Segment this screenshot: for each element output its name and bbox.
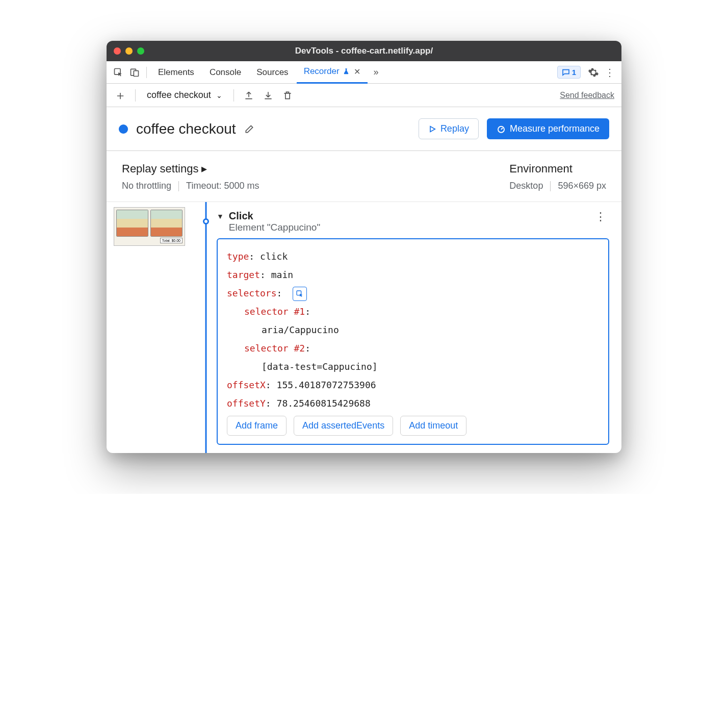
step-menu-icon[interactable]: ⋮ <box>592 210 609 223</box>
window-controls <box>114 47 144 55</box>
throttling-value[interactable]: No throttling <box>122 181 171 191</box>
issues-count: 1 <box>572 68 576 77</box>
recording-name: coffee checkout <box>147 90 211 100</box>
replay-settings-group: Replay settings ▸ No throttling Timeout:… <box>122 162 259 191</box>
field-key: target <box>227 269 260 280</box>
export-icon[interactable] <box>242 89 255 102</box>
settings-row: Replay settings ▸ No throttling Timeout:… <box>107 151 621 202</box>
titlebar: DevTools - coffee-cart.netlify.app/ <box>107 41 621 61</box>
minimize-window-button[interactable] <box>125 47 133 55</box>
edit-title-icon[interactable] <box>244 124 254 134</box>
timeline: Total: $0.00 ▼ Click Element "Cappucino"… <box>107 202 621 453</box>
field-key: selector #1 <box>244 306 305 317</box>
timeout-value[interactable]: Timeout: 5000 ms <box>186 181 259 191</box>
recorder-toolbar: ＋ coffee checkout ⌄ Send feedback <box>107 84 621 107</box>
separator <box>233 89 234 102</box>
close-tab-icon[interactable]: ✕ <box>354 67 360 77</box>
measure-performance-button[interactable]: Measure performance <box>487 118 609 139</box>
gauge-icon <box>497 124 506 134</box>
field-row[interactable]: selectors: <box>227 284 599 303</box>
play-icon <box>428 125 436 133</box>
step-subtitle: Element "Cappucino" <box>229 222 320 233</box>
step-thumbnail[interactable]: Total: $0.00 <box>114 207 185 246</box>
settings-gear-icon[interactable] <box>586 65 601 80</box>
step-header[interactable]: ▼ Click Element "Cappucino" ⋮ <box>217 210 609 233</box>
tab-sources[interactable]: Sources <box>249 61 295 84</box>
delete-icon[interactable] <box>281 89 294 102</box>
field-row[interactable]: type: click <box>227 247 599 266</box>
field-value[interactable]: [data-test=Cappucino] <box>227 358 599 376</box>
add-frame-button[interactable]: Add frame <box>227 416 287 436</box>
close-window-button[interactable] <box>114 47 121 55</box>
recording-status-dot <box>119 124 128 134</box>
replay-settings-label: Replay settings <box>122 162 198 175</box>
device-toggle-icon[interactable] <box>127 65 142 80</box>
experiment-flask-icon <box>343 68 350 75</box>
issues-badge[interactable]: 1 <box>557 66 581 79</box>
field-value[interactable]: aria/Cappucino <box>227 321 599 339</box>
tab-recorder[interactable]: Recorder ✕ <box>297 61 368 84</box>
field-key: selectors <box>227 288 277 298</box>
add-asserted-events-button[interactable]: Add assertedEvents <box>294 416 393 436</box>
field-key: type <box>227 251 249 262</box>
tab-label: Recorder <box>304 66 340 77</box>
window-title: DevTools - coffee-cart.netlify.app/ <box>107 46 621 56</box>
timeline-rail <box>198 202 214 453</box>
environment-group: Environment Desktop 596×669 px <box>509 162 606 191</box>
device-value: Desktop <box>509 181 543 191</box>
field-value: 78.25460815429688 <box>277 398 371 409</box>
thumb-price: Total: $0.00 <box>160 238 183 243</box>
separator <box>146 67 147 78</box>
panel-tabbar: Elements Console Sources Recorder ✕ » 1 … <box>107 61 621 84</box>
kebab-menu-icon[interactable]: ⋮ <box>602 65 617 80</box>
recording-header: coffee checkout Replay Measure performan… <box>107 107 621 151</box>
recording-title: coffee checkout <box>136 121 236 137</box>
replay-settings-toggle[interactable]: Replay settings ▸ <box>122 162 259 175</box>
tab-label: Sources <box>256 67 288 78</box>
field-row[interactable]: selector #1: <box>227 303 599 321</box>
field-row[interactable]: target: main <box>227 266 599 284</box>
import-icon[interactable] <box>262 89 275 102</box>
tab-elements[interactable]: Elements <box>151 61 201 84</box>
chevron-down-icon: ⌄ <box>216 91 222 99</box>
viewport-value: 596×669 px <box>558 181 606 191</box>
collapse-caret-icon[interactable]: ▼ <box>217 212 224 220</box>
select-element-icon[interactable] <box>293 287 307 301</box>
timeline-node[interactable] <box>203 218 209 224</box>
field-row[interactable]: selector #2: <box>227 339 599 358</box>
step-title: Click <box>229 210 320 222</box>
new-recording-icon[interactable]: ＋ <box>114 89 127 102</box>
separator <box>135 89 136 102</box>
replay-button[interactable]: Replay <box>419 118 479 139</box>
step-column: ▼ Click Element "Cappucino" ⋮ type: clic… <box>214 202 621 453</box>
inspect-icon[interactable] <box>111 65 126 80</box>
separator <box>178 181 179 191</box>
field-value: click <box>260 251 288 262</box>
field-key: selector #2 <box>244 343 305 354</box>
maximize-window-button[interactable] <box>137 47 144 55</box>
measure-label: Measure performance <box>510 123 600 134</box>
field-row[interactable]: offsetX: 155.40187072753906 <box>227 376 599 394</box>
field-key: offsetY <box>227 398 266 409</box>
svg-rect-2 <box>134 70 138 76</box>
field-value: main <box>271 269 293 280</box>
send-feedback-link[interactable]: Send feedback <box>560 91 614 100</box>
add-timeout-button[interactable]: Add timeout <box>400 416 466 436</box>
tab-label: Elements <box>158 67 194 78</box>
step-details: type: click target: main selectors: sele… <box>217 238 609 445</box>
thumbnail-column: Total: $0.00 <box>107 202 198 453</box>
more-tabs-icon[interactable]: » <box>369 65 384 80</box>
tab-label: Console <box>210 67 241 78</box>
field-value: 155.40187072753906 <box>277 380 376 390</box>
field-key: offsetX <box>227 380 266 390</box>
devtools-window: DevTools - coffee-cart.netlify.app/ Elem… <box>107 41 621 453</box>
environment-label: Environment <box>509 162 606 175</box>
chevron-right-icon: ▸ <box>201 162 207 175</box>
recording-selector[interactable]: coffee checkout ⌄ <box>144 90 225 100</box>
separator <box>550 181 551 191</box>
tab-console[interactable]: Console <box>202 61 248 84</box>
replay-label: Replay <box>440 123 469 134</box>
field-row[interactable]: offsetY: 78.25460815429688 <box>227 394 599 413</box>
